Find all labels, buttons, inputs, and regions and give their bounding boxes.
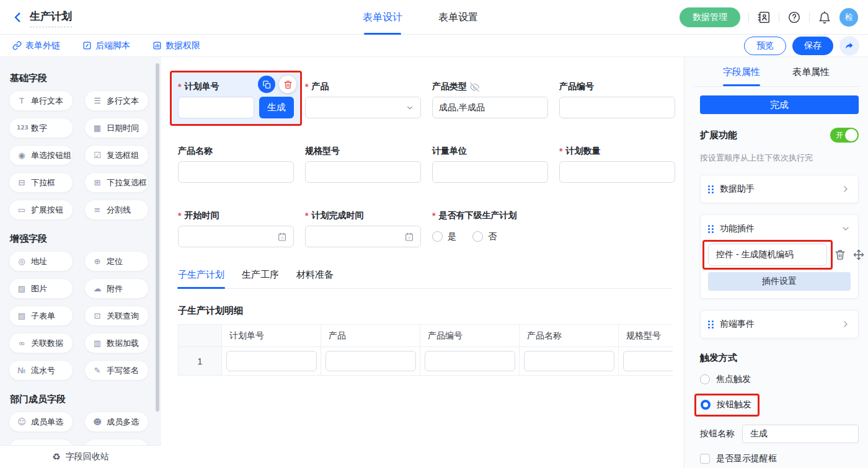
subtable-cell-input[interactable] [326, 351, 416, 371]
copy-icon [262, 80, 272, 89]
tab-form-design[interactable]: 表单设计 [363, 0, 402, 35]
drag-handle-icon[interactable] [708, 225, 714, 233]
field-type-single-line-text[interactable]: T单行文本 [9, 91, 73, 111]
frontend-event-header[interactable]: 前端事件 [708, 311, 851, 338]
field-type-relate-data[interactable]: ∞关联数据 [9, 333, 73, 353]
share-button[interactable] [839, 36, 859, 56]
tab-form-properties[interactable]: 表单属性 [792, 57, 830, 86]
move-plugin-icon[interactable] [853, 249, 864, 260]
field-type-extend-button[interactable]: ▭扩展按钮 [9, 200, 73, 220]
extended-functions-toggle[interactable]: 开 [830, 128, 859, 143]
save-button[interactable]: 保存 [792, 37, 833, 55]
tab-material-preparation[interactable]: 材料准备 [296, 263, 334, 288]
data-permission-item[interactable]: 数据权限 [153, 40, 200, 51]
field-qty[interactable]: 计划数量 [554, 138, 681, 189]
field-type-checkbox-group[interactable]: ☑复选框组 [84, 145, 149, 166]
page-title[interactable]: 生产计划 [30, 9, 72, 27]
data-assistant-header[interactable]: 数据助手 [708, 175, 851, 203]
field-type-datetime[interactable]: ▦日期时间 [84, 118, 149, 138]
qty-input[interactable] [559, 161, 675, 183]
backend-script-item[interactable]: 后端脚本 [82, 40, 130, 51]
subform-tabs: 子生产计划 生产工序 材料准备 [178, 263, 673, 289]
plugin-select[interactable]: 控件 - 生成随机编码 [708, 244, 827, 266]
field-type-member-single[interactable]: ☺成员单选 [9, 412, 73, 432]
tab-production-process[interactable]: 生产工序 [242, 263, 279, 288]
script-icon [82, 41, 92, 50]
subform-icon: ▤ [17, 312, 27, 320]
field-type-subform[interactable]: ▤子表单 [9, 306, 73, 326]
field-start-time[interactable]: 开始时间 7 [172, 202, 299, 254]
field-recycle-bin[interactable]: ♻ 字段回收站 [0, 445, 161, 468]
field-type-location[interactable]: ⊕定位 [84, 251, 149, 272]
subtable-cell-input[interactable] [524, 351, 614, 371]
subtable-cell-input[interactable] [623, 351, 673, 371]
field-type-image[interactable]: ▨图片 [9, 278, 73, 299]
plugin-settings-button[interactable]: 插件设置 [708, 272, 851, 291]
product-code-input[interactable] [559, 97, 675, 118]
button-name-input[interactable]: 生成 [742, 425, 859, 443]
show-alert-checkbox-row[interactable]: 是否显示提醒框 [700, 453, 859, 464]
field-plan-no[interactable]: 计划单号 生成 [172, 73, 299, 125]
delete-plugin-icon[interactable] [835, 249, 846, 260]
field-type-number[interactable]: 123数字 [9, 118, 73, 138]
field-product-type[interactable]: 产品类型 成品,半成品 [427, 73, 554, 125]
trigger-option-focus[interactable]: 焦点触发 [700, 374, 859, 385]
row-number-header [179, 325, 222, 347]
field-type-multi-line-text[interactable]: ☰多行文本 [84, 91, 149, 111]
field-has-sub-plan[interactable]: 是否有下级生产计划 是 否 [427, 202, 681, 254]
preview-button[interactable]: 预览 [744, 37, 786, 55]
panel-tabs: 字段属性 表单属性 [693, 57, 859, 87]
finish-time-input[interactable]: 7 [305, 226, 421, 247]
field-spec[interactable]: 规格型号 [299, 138, 427, 189]
field-type-relate-query[interactable]: ⊡关联查询 [84, 306, 149, 326]
field-type-address[interactable]: ◎地址 [9, 251, 73, 272]
address-pin-icon: ◎ [17, 257, 27, 265]
data-manage-button[interactable]: 数据管理 [680, 7, 740, 27]
field-finish-time[interactable]: 计划完成时间 7 [299, 202, 427, 254]
field-product-name[interactable]: 产品名称 [172, 138, 299, 189]
field-unit[interactable]: 计量单位 [427, 138, 554, 189]
drag-handle-icon[interactable] [708, 320, 714, 329]
copy-field-button[interactable] [258, 76, 275, 93]
field-product[interactable]: 产品 [299, 73, 427, 125]
dropdown-icon: ⊟ [17, 179, 27, 187]
field-type-serial-number[interactable]: №流水号 [9, 360, 73, 381]
delete-field-button[interactable] [279, 76, 296, 93]
user-avatar[interactable]: 检 [839, 8, 858, 27]
field-type-attachment[interactable]: ☁附件 [84, 278, 149, 299]
subtable-cell-input[interactable] [425, 351, 515, 371]
start-time-input[interactable]: 7 [178, 226, 294, 247]
field-type-radio-group[interactable]: ◉单选按钮组 [9, 145, 73, 166]
field-type-signature[interactable]: ✎手写签名 [84, 360, 149, 381]
tab-form-settings[interactable]: 表单设置 [438, 0, 478, 35]
subtable-cell-input[interactable] [226, 351, 317, 371]
product-type-input[interactable]: 成品,半成品 [432, 97, 548, 118]
done-button[interactable]: 完成 [700, 95, 859, 114]
product-select[interactable] [305, 97, 421, 118]
card-frontend-event: 前端事件 [700, 310, 859, 338]
tab-sub-production-plan[interactable]: 子生产计划 [178, 263, 224, 288]
generate-button[interactable]: 生成 [259, 97, 294, 118]
drag-handle-icon[interactable] [708, 185, 714, 193]
field-type-multi-dropdown[interactable]: ⊞下拉复选框 [84, 172, 149, 193]
sidebar-scrollbar[interactable] [156, 63, 159, 412]
tab-field-properties[interactable]: 字段属性 [723, 57, 760, 86]
plan-no-input[interactable] [178, 97, 254, 118]
back-icon[interactable] [11, 11, 25, 24]
field-type-divider[interactable]: ≡分割线 [84, 200, 149, 220]
contact-book-icon[interactable] [757, 11, 771, 24]
field-type-member-multi[interactable]: ☻成员多选 [84, 412, 149, 432]
radio-option-no[interactable]: 否 [472, 231, 497, 242]
external-link-item[interactable]: 表单外链 [12, 40, 60, 51]
notification-bell-icon[interactable] [818, 11, 831, 24]
help-icon[interactable] [787, 11, 801, 24]
field-product-code[interactable]: 产品编号 [554, 73, 681, 125]
radio-option-yes[interactable]: 是 [432, 231, 456, 242]
field-type-data-load[interactable]: ▥数据加载 [84, 333, 149, 353]
unit-input[interactable] [432, 161, 548, 183]
trigger-option-button[interactable]: 按钮触发 [701, 399, 751, 410]
field-type-dropdown[interactable]: ⊟下拉框 [9, 172, 73, 193]
product-name-input[interactable] [178, 161, 294, 183]
spec-input[interactable] [305, 161, 421, 183]
function-plugin-header[interactable]: 功能插件 [708, 215, 851, 242]
